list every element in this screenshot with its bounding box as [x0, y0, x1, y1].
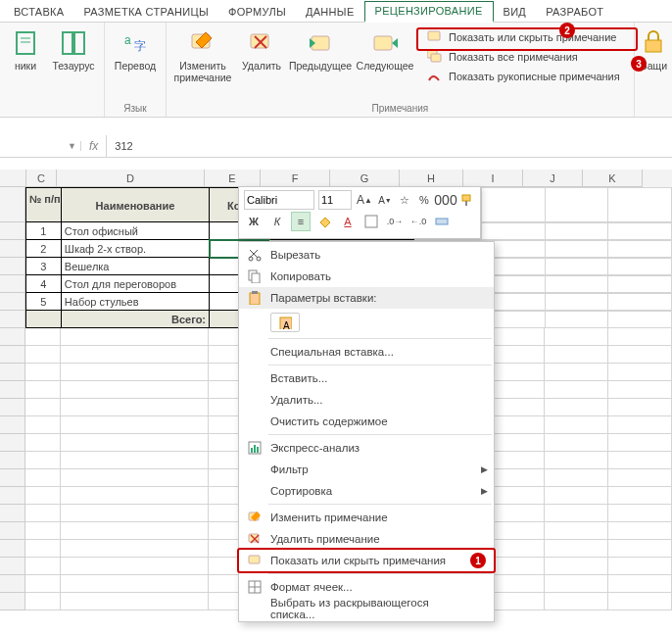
- row-header[interactable]: [0, 593, 25, 610]
- tab-view[interactable]: ВИД: [494, 3, 537, 22]
- cell[interactable]: [608, 346, 672, 364]
- cell[interactable]: [61, 416, 209, 434]
- cell[interactable]: [608, 522, 672, 540]
- table-header-num[interactable]: № п/п: [25, 187, 62, 222]
- cell[interactable]: [545, 505, 608, 522]
- table-cell[interactable]: Шкаф 2-х створ.: [62, 240, 210, 258]
- row-header[interactable]: [0, 328, 25, 346]
- cell[interactable]: [61, 558, 209, 575]
- cell[interactable]: [25, 399, 61, 416]
- cell[interactable]: [61, 522, 209, 540]
- row-header[interactable]: [0, 293, 25, 311]
- table-cell[interactable]: Набор стульев: [62, 293, 210, 311]
- row-header[interactable]: [0, 505, 25, 522]
- increase-font-button[interactable]: A▲: [356, 190, 373, 210]
- row-header[interactable]: [0, 187, 25, 222]
- row-header[interactable]: [0, 416, 25, 434]
- show-all-comments-button[interactable]: Показать все примечания: [423, 48, 624, 66]
- cell[interactable]: [545, 416, 608, 434]
- cell[interactable]: [545, 558, 608, 575]
- show-ink-comments-button[interactable]: Показать рукописные примечания: [423, 68, 624, 85]
- cell[interactable]: [545, 522, 608, 540]
- cell[interactable]: [61, 452, 209, 469]
- cell[interactable]: [545, 434, 608, 452]
- menu-format-cells[interactable]: Формат ячеек...: [239, 576, 494, 598]
- tab-developer[interactable]: РАЗРАБОТ: [536, 3, 613, 22]
- table-cell[interactable]: Стол для переговоров: [62, 275, 210, 293]
- name-box[interactable]: ▼: [0, 141, 81, 151]
- cell[interactable]: [608, 575, 672, 593]
- cell[interactable]: [61, 381, 209, 399]
- row-header[interactable]: [0, 522, 25, 540]
- table-cell[interactable]: Стол офисный: [62, 222, 210, 240]
- table-header-name[interactable]: Наименование: [62, 187, 210, 222]
- col-header-C[interactable]: C: [26, 170, 57, 187]
- row-header[interactable]: [0, 275, 25, 293]
- cell[interactable]: [608, 452, 672, 469]
- col-header-H[interactable]: H: [400, 170, 463, 187]
- cell[interactable]: [608, 364, 672, 381]
- cell[interactable]: [25, 505, 61, 522]
- borders-button[interactable]: [361, 212, 381, 231]
- row-header[interactable]: [0, 311, 25, 328]
- menu-cut[interactable]: Вырезать: [239, 244, 494, 266]
- tab-data[interactable]: ДАННЫЕ: [296, 3, 364, 22]
- protect-button[interactable]: Защи: [641, 26, 668, 73]
- table-cell[interactable]: 3: [25, 258, 62, 275]
- menu-edit-comment[interactable]: Изменить примечание: [239, 507, 494, 528]
- cell[interactable]: [61, 399, 209, 416]
- row-header[interactable]: [0, 222, 25, 240]
- tab-insert[interactable]: ВСТАВКА: [4, 3, 73, 22]
- cell[interactable]: [25, 487, 61, 505]
- cell[interactable]: [61, 593, 209, 610]
- table-cell[interactable]: 2: [25, 240, 62, 258]
- tab-page-layout[interactable]: РАЗМЕТКА СТРАНИЦЫ: [73, 3, 218, 22]
- cell[interactable]: [545, 346, 608, 364]
- table-cell[interactable]: 1: [25, 222, 62, 240]
- align-center-button[interactable]: ≡: [291, 212, 311, 231]
- translate-button[interactable]: a字 Перевод: [111, 26, 160, 73]
- cell[interactable]: [61, 469, 209, 487]
- cell[interactable]: [545, 399, 608, 416]
- cell[interactable]: [545, 328, 608, 346]
- cell[interactable]: [608, 399, 672, 416]
- accounting-format-button[interactable]: ☆: [397, 190, 412, 210]
- font-color-button[interactable]: A: [338, 212, 358, 231]
- font-family-select[interactable]: [244, 190, 314, 210]
- cell[interactable]: [608, 416, 672, 434]
- cell[interactable]: [61, 346, 209, 364]
- fill-color-button[interactable]: [314, 212, 334, 231]
- table-cell[interactable]: [25, 311, 62, 328]
- formula-input[interactable]: 312: [107, 140, 140, 152]
- increase-decimal-button[interactable]: .0→: [385, 212, 405, 231]
- row-header[interactable]: [0, 540, 25, 558]
- menu-insert[interactable]: Вставить...: [239, 367, 494, 389]
- cell[interactable]: [608, 381, 672, 399]
- font-size-select[interactable]: [318, 190, 352, 210]
- cell[interactable]: [608, 558, 672, 575]
- menu-paste-special[interactable]: Специальная вставка...: [239, 341, 494, 363]
- cell[interactable]: [61, 505, 209, 522]
- cell[interactable]: [608, 540, 672, 558]
- fx-icon[interactable]: fx: [81, 135, 107, 157]
- cell[interactable]: [25, 346, 61, 364]
- menu-quick-analysis[interactable]: Экспресс-анализ: [239, 437, 494, 459]
- next-comment-button[interactable]: Следующее: [355, 26, 415, 73]
- table-cell[interactable]: 4: [25, 275, 62, 293]
- cell[interactable]: [545, 364, 608, 381]
- row-header[interactable]: [0, 346, 25, 364]
- cell[interactable]: [608, 505, 672, 522]
- row-header[interactable]: [0, 258, 25, 275]
- cell[interactable]: [608, 593, 672, 610]
- cell[interactable]: [608, 328, 672, 346]
- table-cell[interactable]: Вешелка: [62, 258, 210, 275]
- cell[interactable]: [25, 575, 61, 593]
- col-header-G[interactable]: G: [330, 170, 400, 187]
- cell[interactable]: [545, 469, 608, 487]
- cell[interactable]: [25, 469, 61, 487]
- tab-formulas[interactable]: ФОРМУЛЫ: [218, 3, 296, 22]
- row-header[interactable]: [0, 487, 25, 505]
- delete-comment-button[interactable]: Удалить: [237, 26, 286, 73]
- cell[interactable]: [25, 416, 61, 434]
- merge-button[interactable]: [432, 212, 452, 231]
